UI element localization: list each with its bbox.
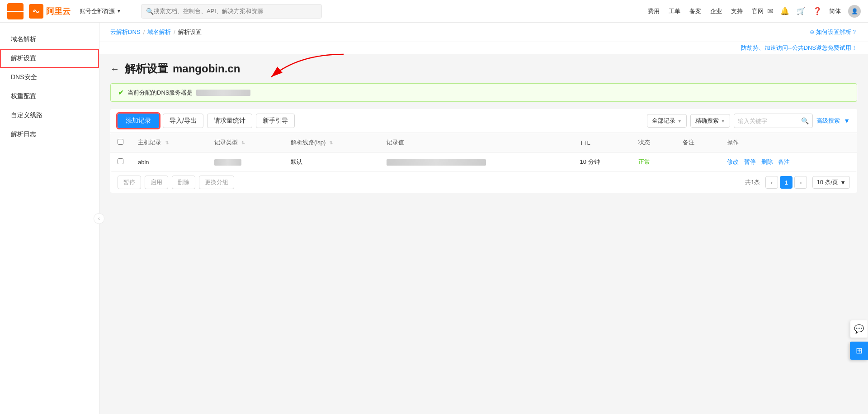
keyword-search-input[interactable]	[738, 118, 801, 124]
keyword-search-input-wrap[interactable]: 🔍	[734, 114, 813, 128]
header-record-type: 记录类型 ⇅	[207, 133, 283, 152]
search-icon: 🔍	[146, 8, 154, 15]
row-isp: 默认	[283, 152, 379, 172]
sort-isp-icon[interactable]: ⇅	[329, 140, 333, 145]
nav-item-icp[interactable]: 备案	[689, 7, 701, 15]
sort-type-icon[interactable]: ⇅	[241, 140, 245, 145]
import-export-button[interactable]: 导入/导出	[163, 114, 203, 128]
table-row: abin 默认 10 分钟	[110, 152, 857, 172]
account-menu-label: 账号全部资源	[80, 7, 115, 15]
batch-change-group-button[interactable]: 更换分组	[199, 176, 234, 189]
sidebar-item-custom-line[interactable]: 自定义线路	[0, 106, 99, 125]
check-icon: ✔	[118, 88, 124, 97]
back-button[interactable]: ←	[110, 64, 119, 74]
batch-pause-button[interactable]: 暂停	[118, 176, 141, 189]
page-title-row: ← 解析设置 mangobin.cn	[110, 62, 857, 76]
row-type-value	[214, 159, 241, 166]
nav-item-support[interactable]: 支持	[731, 7, 743, 15]
dns-server-value	[196, 90, 250, 96]
account-menu[interactable]: 账号全部资源 ▼	[80, 7, 121, 15]
breadcrumb-link-domain[interactable]: 域名解析	[147, 28, 171, 36]
cart-icon[interactable]: 🛒	[797, 7, 806, 15]
batch-delete-button[interactable]: 删除	[172, 176, 195, 189]
filter-all-label: 全部记录	[652, 117, 675, 125]
new-guide-button[interactable]: 新手引导	[256, 114, 295, 128]
message-icon[interactable]: ✉	[767, 7, 773, 15]
page-size-value: 10 条/页	[816, 178, 838, 186]
sort-host-icon[interactable]: ⇅	[165, 140, 169, 145]
logo[interactable]: 阿里云	[29, 4, 71, 19]
action-remark[interactable]: 备注	[778, 158, 790, 165]
breadcrumb-sep-1: /	[143, 29, 145, 36]
breadcrumb-action-how-to[interactable]: ⊙ 如何设置解析？	[810, 28, 857, 36]
nav-item-ticket[interactable]: 工单	[669, 7, 680, 15]
help-icon[interactable]: ❓	[813, 7, 822, 15]
sidebar: 域名解析 解析设置 DNS安全 权重配置 自定义线路 解析日志 ‹	[0, 23, 99, 414]
svg-point-1	[33, 10, 35, 12]
sidebar-collapse-button[interactable]: ‹	[94, 213, 104, 224]
pagination-prev[interactable]: ‹	[765, 176, 778, 189]
action-pause[interactable]: 暂停	[744, 158, 756, 165]
float-buttons: 💬 ⊞	[850, 320, 868, 360]
add-record-button[interactable]: 添加记录	[118, 114, 159, 128]
header-remark: 备注	[675, 133, 720, 152]
annotation-arrow	[235, 50, 348, 86]
nav-item-cost[interactable]: 费用	[648, 7, 660, 15]
promo-notice[interactable]: 防劫持、加速访问--公共DNS邀您免费试用！	[99, 42, 868, 54]
pagination: 共1条 ‹ 1 › 10 条/页 ▼	[745, 176, 850, 189]
dns-notice: ✔ 当前分配的DNS服务器是	[110, 83, 857, 102]
breadcrumb-link-dns[interactable]: 云解析DNS	[110, 28, 140, 36]
dns-notice-text: 当前分配的DNS服务器是	[127, 89, 193, 97]
sidebar-item-label: DNS安全	[11, 73, 37, 81]
row-record-type	[207, 152, 283, 172]
main-content: 云解析DNS / 域名解析 / 解析设置 ⊙ 如何设置解析？ 防劫持、加速访问-…	[99, 23, 868, 414]
search-icon-small: 🔍	[801, 117, 809, 124]
breadcrumb-sep-2: /	[174, 29, 175, 36]
advanced-search-arrow: ▼	[844, 117, 850, 124]
sidebar-item-label: 自定义线路	[11, 111, 42, 119]
advanced-search-link[interactable]: 高级搜索	[816, 117, 840, 125]
header-ttl: TTL	[573, 133, 631, 152]
nav-icons: ✉ 🔔 🛒 ❓ 简体 👤	[767, 5, 861, 18]
sidebar-item-resolve-log[interactable]: 解析日志	[0, 125, 99, 144]
content-area: ← 解析设置 mangobin.cn ✔ 当前分配的DNS服务器是	[99, 54, 868, 200]
precise-search-select[interactable]: 精确搜索 ▼	[690, 114, 730, 128]
language-selector[interactable]: 简体	[829, 7, 841, 15]
sidebar-item-dns-security[interactable]: DNS安全	[0, 68, 99, 87]
global-search-input[interactable]	[154, 8, 317, 14]
hamburger-button[interactable]	[7, 3, 24, 19]
precise-search-arrow: ▼	[721, 119, 725, 124]
sidebar-item-weight-config[interactable]: 权重配置	[0, 87, 99, 106]
pagination-page-1[interactable]: 1	[780, 176, 793, 189]
global-search[interactable]: 🔍	[141, 4, 322, 19]
action-delete[interactable]: 删除	[761, 158, 773, 165]
nav-item-enterprise[interactable]: 企业	[710, 7, 722, 15]
bell-icon[interactable]: 🔔	[780, 7, 789, 15]
page-size-select[interactable]: 10 条/页 ▼	[812, 176, 850, 189]
header-host: 主机记录 ⇅	[131, 133, 207, 152]
account-dropdown-arrow: ▼	[117, 9, 121, 14]
filter-all-select[interactable]: 全部记录 ▼	[647, 114, 687, 128]
batch-enable-button[interactable]: 启用	[145, 176, 168, 189]
user-avatar[interactable]: 👤	[848, 5, 861, 18]
float-apps-button[interactable]: ⊞	[850, 342, 868, 360]
request-stats-button[interactable]: 请求量统计	[207, 114, 252, 128]
sidebar-item-label: 域名解析	[11, 35, 36, 43]
sidebar-item-domain-resolve[interactable]: 域名解析	[0, 30, 99, 49]
header-isp: 解析线路(isp) ⇅	[283, 133, 379, 152]
nav-item-official[interactable]: 官网	[752, 7, 764, 15]
table-header-row: 主机记录 ⇅ 记录类型 ⇅ 解析线路(isp) ⇅	[110, 133, 857, 152]
select-all-checkbox[interactable]	[118, 139, 123, 145]
action-modify[interactable]: 修改	[727, 158, 739, 165]
add-record-button-wrapper: 添加记录	[118, 114, 159, 128]
row-status-value: 正常	[638, 158, 650, 165]
row-checkbox[interactable]	[118, 158, 123, 164]
filter-all-arrow: ▼	[677, 119, 682, 124]
pagination-next[interactable]: ›	[794, 176, 807, 189]
header-checkbox-cell	[110, 133, 131, 152]
row-host: abin	[131, 152, 207, 172]
records-table: 主机记录 ⇅ 记录类型 ⇅ 解析线路(isp) ⇅	[110, 133, 857, 172]
pagination-total: 共1条	[745, 178, 760, 186]
float-chat-button[interactable]: 💬	[850, 320, 868, 338]
sidebar-item-resolve-settings[interactable]: 解析设置	[0, 49, 99, 68]
